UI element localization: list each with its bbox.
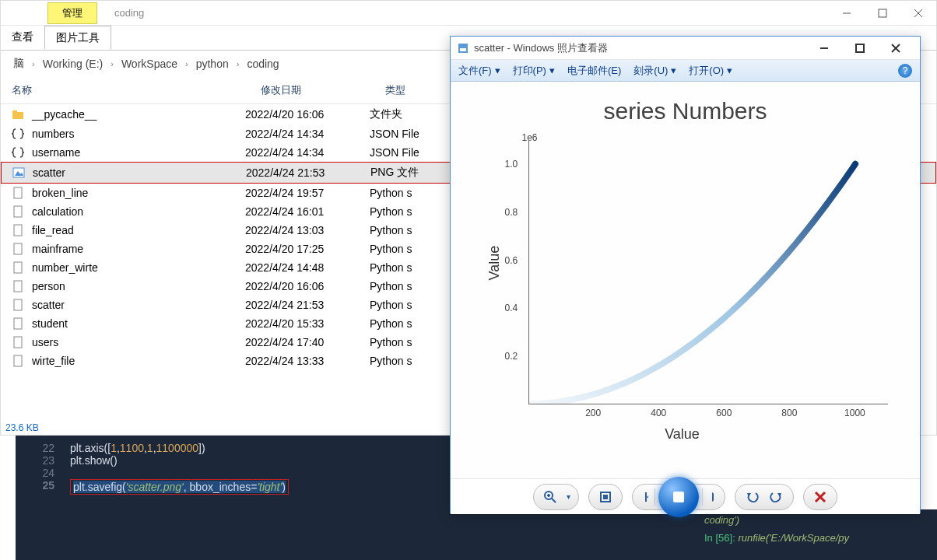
- chevron-down-icon: ▾: [549, 65, 555, 76]
- chevron-down-icon: ▾: [671, 65, 676, 76]
- file-date: 2022/4/24 17:40: [245, 336, 370, 348]
- maximize-button[interactable]: [842, 37, 878, 60]
- next-image-button[interactable]: [703, 488, 720, 506]
- ribbon-tab-context[interactable]: 管理: [47, 2, 97, 24]
- file-date: 2022/4/24 19:57: [245, 187, 370, 199]
- file-date: 2022/4/20 16:06: [245, 280, 370, 292]
- x-tick-label: 1000: [844, 408, 865, 418]
- zoom-icon[interactable]: [542, 488, 559, 506]
- y-tick-label: 0.6: [505, 255, 518, 266]
- photoviewer-titlebar[interactable]: scatter - Windows 照片查看器: [451, 37, 920, 60]
- file-type: JSON File: [370, 146, 463, 159]
- svg-rect-10: [14, 225, 22, 236]
- file-type: Python s: [370, 205, 463, 218]
- ribbon-tab-view[interactable]: 查看: [1, 26, 44, 50]
- chart: series Numbers 1e6 Value Value 0.20.40.6: [468, 101, 904, 459]
- menu-open[interactable]: 打开(O) ▾: [689, 64, 732, 78]
- close-button[interactable]: [878, 37, 914, 60]
- image-display-area: series Numbers 1e6 Value Value 0.20.40.6: [451, 82, 920, 478]
- file-icon: [12, 317, 27, 330]
- file-type: Python s: [370, 355, 463, 367]
- slideshow-button[interactable]: [658, 477, 699, 517]
- file-icon: [12, 205, 27, 218]
- file-icon: [12, 166, 28, 179]
- ribbon-tab-image-tools[interactable]: 图片工具: [44, 26, 111, 50]
- file-date: 2022/4/24 14:34: [245, 146, 370, 159]
- col-date[interactable]: 修改日期: [261, 83, 385, 97]
- file-type: Python s: [370, 224, 463, 236]
- file-date: 2022/4/24 13:03: [245, 224, 370, 236]
- chevron-down-icon[interactable]: ▾: [567, 492, 570, 501]
- nav-control: [632, 484, 725, 510]
- file-type: Python s: [370, 243, 463, 255]
- file-type: Python s: [370, 317, 463, 330]
- maximize-button[interactable]: [865, 2, 900, 25]
- chevron-down-icon: ▾: [727, 65, 732, 76]
- breadcrumb-part[interactable]: WorkSpace: [117, 56, 182, 72]
- file-name: file_read: [32, 224, 74, 236]
- svg-rect-5: [12, 110, 17, 113]
- minimize-button[interactable]: [806, 37, 842, 60]
- file-name: student: [32, 317, 68, 330]
- menu-file[interactable]: 文件(F) ▾: [458, 64, 500, 78]
- rotate-control: [735, 484, 794, 510]
- svg-rect-32: [673, 492, 684, 502]
- menu-email[interactable]: 电子邮件(E): [567, 64, 621, 78]
- delete-control[interactable]: [803, 484, 837, 510]
- close-button[interactable]: [900, 2, 936, 25]
- menu-burn[interactable]: 刻录(U) ▾: [633, 64, 676, 78]
- svg-marker-30: [647, 492, 648, 502]
- file-name: __pycache__: [32, 108, 97, 121]
- x-tick-label: 600: [716, 408, 732, 418]
- file-name: person: [32, 280, 65, 292]
- console-text: coding'): [704, 514, 739, 526]
- previous-image-button[interactable]: [637, 488, 654, 506]
- file-icon: [12, 355, 27, 367]
- photo-viewer-window: scatter - Windows 照片查看器 文件(F) ▾ 打印(P) ▾ …: [450, 36, 921, 513]
- chevron-right-icon: ›: [237, 59, 240, 68]
- photoviewer-menubar: 文件(F) ▾ 打印(P) ▾ 电子邮件(E) 刻录(U) ▾ 打开(O) ▾ …: [451, 60, 920, 82]
- svg-rect-9: [14, 206, 22, 217]
- minimize-button[interactable]: [829, 2, 865, 25]
- photoviewer-toolbar: ▾: [451, 478, 920, 514]
- y-tick-label: 0.4: [505, 303, 518, 313]
- window-title: coding: [102, 4, 156, 22]
- help-icon[interactable]: ?: [898, 64, 912, 78]
- file-name: scatter: [33, 166, 65, 179]
- svg-rect-13: [14, 281, 22, 292]
- rotate-right-button[interactable]: [768, 488, 785, 506]
- plot-area: [528, 140, 888, 404]
- line-number: 24: [16, 467, 70, 479]
- console-output[interactable]: coding') In [56]: runfile('E:/WorkSpace/…: [697, 509, 937, 560]
- file-type: Python s: [370, 336, 463, 348]
- zoom-control: ▾: [533, 484, 579, 510]
- chevron-down-icon: ▾: [495, 65, 500, 76]
- console-text: runfile('E:/WorkSpace/py: [738, 532, 849, 544]
- breadcrumb-part[interactable]: 脑: [9, 55, 29, 72]
- rotate-left-button[interactable]: [743, 488, 760, 506]
- svg-rect-11: [14, 243, 22, 254]
- x-tick-label: 200: [585, 408, 601, 418]
- file-icon: [12, 261, 27, 274]
- svg-rect-4: [12, 112, 23, 119]
- fit-control[interactable]: [588, 484, 623, 510]
- console-prompt: In [56]:: [704, 532, 735, 544]
- svg-rect-8: [14, 187, 22, 198]
- breadcrumb-part[interactable]: coding: [242, 56, 283, 72]
- fit-to-window-icon: [597, 488, 614, 506]
- file-type: Python s: [370, 187, 463, 199]
- breadcrumb-part[interactable]: Working (E:): [38, 56, 108, 72]
- delete-icon: [812, 488, 829, 506]
- svg-rect-15: [14, 318, 22, 329]
- menu-print[interactable]: 打印(P) ▾: [513, 64, 555, 78]
- file-icon: [12, 336, 27, 348]
- file-date: 2022/4/24 14:34: [245, 128, 370, 140]
- file-date: 2022/4/24 21:53: [245, 299, 370, 311]
- file-name: numbers: [32, 128, 74, 140]
- app-icon: [457, 42, 469, 54]
- breadcrumb-part[interactable]: python: [191, 56, 233, 72]
- file-name: calculation: [32, 205, 83, 218]
- y-tick-label: 0.2: [505, 351, 518, 362]
- x-axis-label: Value: [665, 426, 700, 443]
- col-name[interactable]: 名称: [12, 83, 261, 97]
